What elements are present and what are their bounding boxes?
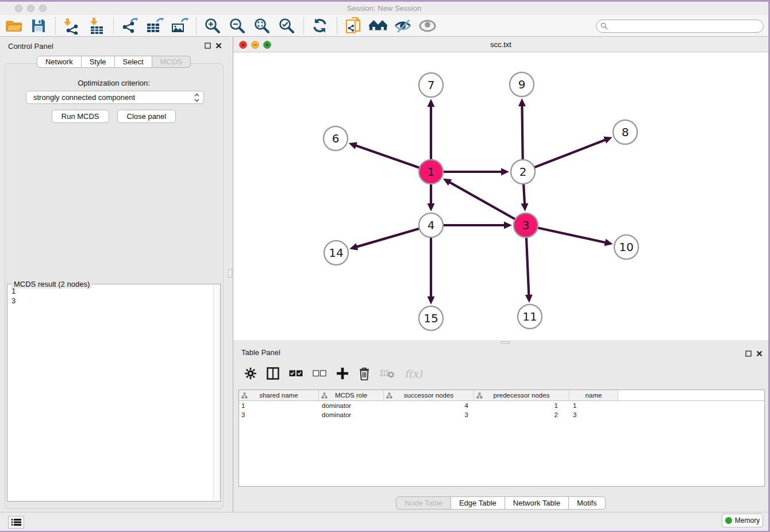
- table-cell[interactable]: dominator: [319, 401, 384, 410]
- delete-table-icon[interactable]: [380, 368, 395, 379]
- settings-gear-icon[interactable]: [244, 367, 257, 380]
- save-session-button[interactable]: [29, 17, 48, 35]
- column-header-name[interactable]: name: [569, 390, 618, 400]
- close-panel-icon[interactable]: [215, 43, 222, 49]
- hide-panel-button[interactable]: [394, 17, 412, 35]
- mcds-result-list[interactable]: 1 3: [11, 287, 16, 306]
- table-row[interactable]: 1dominator411: [239, 401, 764, 410]
- edge-arrowhead: [428, 99, 435, 107]
- table-cell[interactable]: 1: [569, 401, 618, 410]
- export-image-button[interactable]: [170, 17, 188, 35]
- zoom-out-button[interactable]: [228, 17, 247, 35]
- export-table-button[interactable]: [145, 17, 164, 35]
- node-label-6: 6: [332, 132, 340, 145]
- search-input[interactable]: [611, 22, 754, 30]
- export-table-icon: [145, 17, 164, 34]
- zoom-fit-icon: [253, 17, 271, 34]
- run-mcds-button[interactable]: Run MCDS: [52, 110, 109, 123]
- home-layout-button[interactable]: [369, 17, 387, 35]
- zoom-in-button[interactable]: [203, 17, 222, 35]
- refresh-view-button[interactable]: [311, 17, 329, 35]
- edge-arrowhead: [349, 142, 357, 149]
- column-tree-icon: [241, 392, 248, 399]
- edge-2-8[interactable]: [523, 140, 605, 172]
- table-cell[interactable]: 1: [239, 401, 319, 410]
- tab-node-table[interactable]: Node Table: [396, 496, 451, 510]
- column-organize-icon[interactable]: [267, 367, 279, 380]
- tab-network-table[interactable]: Network Table: [505, 496, 569, 510]
- show-panel-button[interactable]: [418, 17, 437, 35]
- memory-label: Memory: [735, 516, 760, 525]
- refresh-icon: [311, 17, 329, 34]
- export-network-button[interactable]: [121, 17, 139, 35]
- tab-edge-table[interactable]: Edge Table: [451, 496, 505, 510]
- table-panel-title: Table Panel: [241, 348, 280, 357]
- edge-arrowhead: [604, 239, 613, 246]
- float-panel-icon[interactable]: [205, 43, 211, 49]
- criterion-dropdown-value: strongly connected component: [33, 93, 135, 102]
- column-header-predecessor-nodes[interactable]: predecessor nodes: [474, 390, 569, 400]
- float-panel-icon[interactable]: [745, 350, 752, 357]
- list-icon: [11, 518, 21, 526]
- table-cell[interactable]: 1: [474, 401, 569, 410]
- zoom-out-icon: [229, 17, 246, 34]
- table-cell[interactable]: 2: [474, 410, 569, 419]
- node-label-4: 4: [428, 218, 435, 232]
- column-header-label: predecessor nodes: [494, 392, 550, 399]
- table-row[interactable]: 3dominator323: [239, 410, 764, 419]
- tab-style[interactable]: Style: [82, 56, 115, 68]
- column-header-shared-name[interactable]: shared name: [239, 390, 319, 400]
- zoom-selected-button[interactable]: [278, 17, 296, 35]
- close-panel-button[interactable]: Close panel: [117, 110, 176, 123]
- node-label-11: 11: [522, 310, 537, 323]
- column-header-successor-nodes[interactable]: successor nodes: [384, 390, 474, 400]
- tab-motifs[interactable]: Motifs: [569, 496, 606, 510]
- open-session-button[interactable]: [5, 17, 23, 35]
- network-canvas[interactable]: 7968124314101511: [233, 52, 768, 340]
- tab-select[interactable]: Select: [115, 56, 152, 68]
- column-header-MCDS-role[interactable]: MCDS role: [319, 390, 384, 400]
- edge-arrowhead: [501, 168, 509, 176]
- table-cell[interactable]: dominator: [319, 410, 384, 419]
- toolbar-separator: [55, 17, 56, 34]
- table-cell[interactable]: 3: [384, 410, 474, 419]
- zoom-in-icon: [204, 17, 221, 34]
- edge-arrowhead: [428, 203, 435, 211]
- mcds-result-group: MCDS result (2 nodes) 1 3: [7, 284, 221, 502]
- result-scrollbar[interactable]: [213, 285, 220, 500]
- apply-function-icon[interactable]: f(x): [405, 368, 422, 380]
- network-window-title: scc.txt: [233, 40, 768, 49]
- table-cell[interactable]: 3: [239, 410, 319, 419]
- column-tree-icon: [476, 392, 483, 399]
- splitter-grip[interactable]: [501, 341, 510, 344]
- export-network-icon: [121, 17, 138, 34]
- edge-arrowhead: [349, 243, 358, 250]
- import-network-button[interactable]: [63, 17, 81, 35]
- task-history-button[interactable]: [8, 516, 24, 529]
- deselect-all-icon[interactable]: [313, 369, 326, 377]
- tab-network[interactable]: Network: [37, 56, 82, 68]
- vertical-splitter[interactable]: [228, 37, 233, 512]
- optimization-criterion-label: Optimization criterion:: [0, 79, 228, 87]
- memory-button[interactable]: Memory: [722, 514, 763, 527]
- delete-column-trash-icon[interactable]: [359, 367, 370, 380]
- table-cell[interactable]: 3: [569, 410, 618, 419]
- splitter-grip[interactable]: [228, 269, 232, 277]
- zoom-fit-button[interactable]: [253, 17, 271, 35]
- search-field[interactable]: [596, 20, 764, 33]
- table-cell[interactable]: 4: [384, 401, 474, 410]
- add-column-icon[interactable]: [336, 367, 349, 380]
- edge-3-1[interactable]: [450, 183, 526, 225]
- toolbar-separator: [337, 17, 337, 34]
- horizontal-splitter[interactable]: [233, 340, 768, 345]
- duplicate-network-button[interactable]: [344, 17, 363, 35]
- control-panel-tabs: NetworkStyleSelectMCDS: [0, 56, 228, 68]
- select-all-check-icon[interactable]: [289, 369, 303, 377]
- close-panel-icon[interactable]: [756, 350, 763, 357]
- edge-arrowhead: [518, 98, 526, 106]
- criterion-dropdown[interactable]: strongly connected component: [26, 91, 204, 104]
- mcds-result-title: MCDS result (2 nodes): [11, 280, 92, 288]
- import-table-button[interactable]: [87, 17, 106, 35]
- tab-mcds[interactable]: MCDS: [152, 56, 191, 68]
- network-window-titlebar: scc.txt: [233, 37, 768, 52]
